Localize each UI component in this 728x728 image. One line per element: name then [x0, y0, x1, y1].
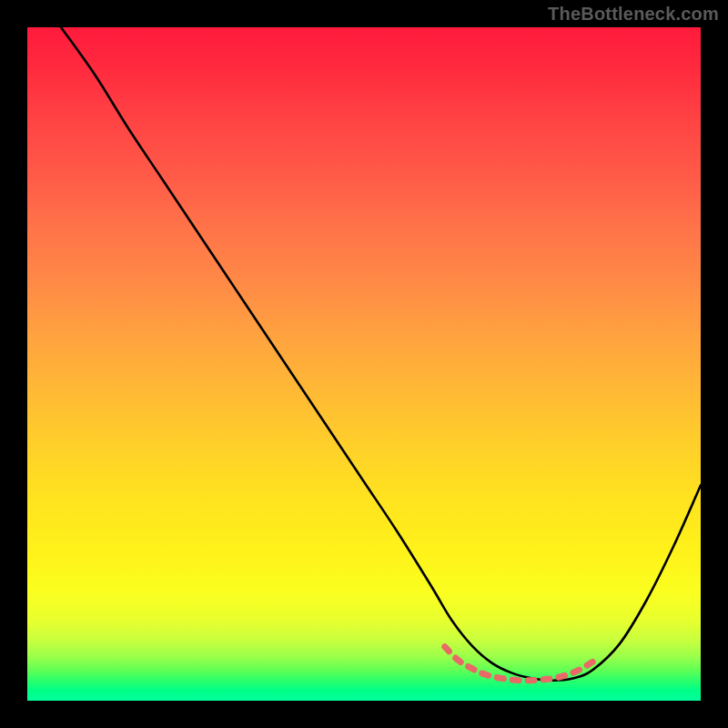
curve-layer [27, 27, 701, 701]
plot-area [27, 27, 701, 701]
chart-frame: TheBottleneck.com [0, 0, 728, 728]
main-curve [61, 27, 701, 681]
watermark-text: TheBottleneck.com [548, 4, 719, 25]
